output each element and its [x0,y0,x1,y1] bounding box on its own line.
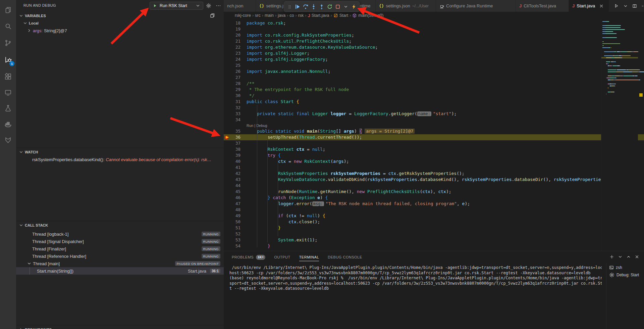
line-number: 22 [230,44,240,50]
restart-button[interactable] [326,2,334,11]
code-line-36: 36 setUpThread(Thread.currentThread()); [224,134,644,140]
step-over-button[interactable] [302,2,310,11]
thread-row[interactable]: Thread [main]PAUSED ON BREAKPOINT [16,260,224,267]
close-icon[interactable] [635,254,639,259]
files-activity-button[interactable] [0,3,16,17]
code-line-19: 19 [224,26,644,32]
docker-activity-button[interactable] [0,117,16,132]
search-activity-button[interactable] [0,19,16,34]
code-editor[interactable]: 18package co.rsk;1920import co.rsk.confi… [224,19,644,251]
breadcrumb-separator: › [331,13,332,18]
thread-row[interactable]: Thread [Reference Handler]RUNNING [16,252,224,260]
line-number: 34 [230,117,240,123]
breadcrumb-item-src[interactable]: src [255,13,261,18]
breadcrumb-item-rskj-core[interactable]: rskj-core [235,13,251,18]
tab-configure-java-runtime[interactable]: Configure Java Runtime [436,0,516,12]
panel-tab-terminal[interactable]: TERMINAL [299,251,319,263]
breadcrumb-item-main-string-[interactable]: main(String[]) [352,13,383,18]
panel-tab-output[interactable]: OUTPUT [274,251,290,263]
run-config-label: Run RSK Start [160,3,193,8]
chevron-down-icon [19,150,23,154]
drag-grip-button[interactable] [285,2,293,11]
call-stack-section-header[interactable]: CALL STACK [19,222,48,229]
plus-icon[interactable] [609,254,614,259]
code-line-40: 40 ctx = new RskContext(args); [224,158,644,164]
watch-expression: rskSystemProperties.databaseKind(): [32,157,104,162]
more-actions-icon[interactable] [641,3,644,9]
code-line-48: 48 [224,207,644,213]
breadcrumb-item-java[interactable]: java [278,13,285,18]
step-out-button[interactable] [318,2,326,11]
overview-ruler[interactable] [638,19,644,251]
line-number: 19 [230,26,240,32]
stop-button[interactable] [334,2,342,11]
breadcrumb-item-rsk[interactable]: rsk [298,13,304,18]
tab-start-java[interactable]: JStart.java [569,0,609,12]
tree-indent-guide [30,267,30,275]
terminal-session-debug-start[interactable]: Debug: Start [606,271,644,279]
variable-value: String[2]@7 [44,28,67,33]
minimap[interactable] [601,19,638,251]
remote-explorer-activity-button[interactable] [0,85,16,100]
breadcrumb-item-main[interactable]: main [265,13,274,18]
docker-icon [4,120,12,128]
hot-code-replace-button[interactable] [350,2,358,11]
watch-section-header[interactable]: WATCH [19,148,38,156]
fox-extension-activity-button[interactable] [0,133,16,148]
panel-tab-problems[interactable]: PROBLEMS1K+ [232,251,265,263]
run-play-icon[interactable] [614,3,619,8]
code-line-21: 21import co.rsk.util.PreflightChecksUtil… [224,38,644,44]
thread-row[interactable]: Thread [Finalizer]RUNNING [16,245,224,252]
chevron-right-icon[interactable] [27,28,32,33]
editors-icon[interactable] [210,13,215,18]
breakpoints-section-header[interactable]: BREAKPOINTS [19,326,52,329]
chevron-down-button[interactable] [342,2,350,11]
chevron-up-icon[interactable] [626,254,631,259]
run-debug-activity-button[interactable]: 1 [0,52,16,67]
variables-scope-local[interactable]: Local [23,19,39,27]
watch-item[interactable]: rskSystemProperties.databaseKind(): Cann… [32,156,211,163]
gear-icon[interactable] [206,3,211,8]
extensions-activity-button[interactable] [0,69,16,84]
run-config-dropdown[interactable]: Run RSK Start [150,2,203,10]
source-control-activity-button[interactable] [0,36,16,50]
terminal-session-zsh[interactable]: zsh [606,264,644,271]
more-actions-icon[interactable] [216,3,221,8]
start-debug-icon[interactable] [153,3,157,8]
chevron-down-icon[interactable] [618,254,623,259]
debug-toolbar [284,1,360,12]
search-icon [4,22,12,30]
test-beaker-activity-button[interactable] [0,101,16,115]
step-into-button[interactable] [310,2,318,11]
breakpoint-current-line-icon[interactable] [225,135,229,139]
line-number: 18 [230,20,240,26]
scope-label: Local [29,21,39,25]
split-editor-icon[interactable] [632,4,637,8]
tab-settings-json[interactable]: {}settings.json~/.../User [376,0,436,12]
code-line-41: 41 [224,164,644,171]
breadcrumb-item-co[interactable]: co [289,13,294,18]
breadcrumb-item-start-java[interactable]: JStart.java [308,13,329,18]
close-icon[interactable] [599,4,604,8]
section-divider [16,325,224,325]
tab-nch-json[interactable]: nch.json [224,0,256,12]
vscode-window: 1 RUN AND DEBUG Run RSK Start VARIABLES … [0,0,644,329]
stack-frame-row[interactable]: Start.main(String[]) Start.java 36:1 [16,267,224,275]
gear-icon [609,272,614,278]
variable-args-row[interactable]: args: String[2]@7 [27,27,67,34]
thread-row[interactable]: Thread [Signal Dispatcher]RUNNING [16,238,224,245]
chevron-down-icon[interactable] [623,4,628,8]
variables-header-label: VARIABLES [25,14,46,18]
line-number: 49 [230,213,240,219]
terminal-output[interactable]: /usr/bin/env /Library/Internet\ Plug-Ins… [229,265,602,329]
terminal-icon [609,265,614,270]
breadcrumb-item-start[interactable]: Start [333,13,348,18]
chevron-down-icon[interactable] [196,3,200,8]
tab-clitoolstest-java[interactable]: JCliToolsTest.java [516,0,569,12]
thread-row[interactable]: Thread [logback-1]RUNNING [16,230,224,238]
codelens-run-debug[interactable]: Run | Debug [224,123,644,128]
continue-button[interactable] [293,2,302,11]
variables-section-header[interactable]: VARIABLES [19,12,46,19]
terminal-line: /usr/bin/env /Library/Internet\ Plug-Ins… [229,265,602,271]
panel-tab-debug-console[interactable]: DEBUG CONSOLE [328,251,362,263]
